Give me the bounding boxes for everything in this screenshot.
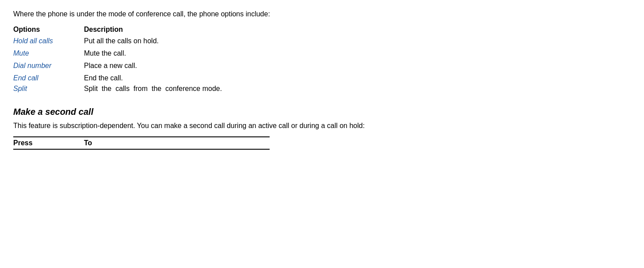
table-row: Mute Mute the call. [13,48,631,60]
description-cell: Put all the calls on hold. [84,34,631,48]
table-row: Split Split the calls from the conferenc… [13,83,631,94]
option-link[interactable]: Hold all calls [13,37,53,45]
to-col-header: To [84,137,270,149]
table-row: Dial number Place a new call. [13,60,631,72]
section-heading: Make a second call [13,107,631,117]
option-link[interactable]: Mute [13,49,29,57]
press-col-header: Press [13,137,84,149]
description-cell: Place a new call. [84,60,631,72]
option-cell: Split [13,83,84,94]
intro-text: Where the phone is under the mode of con… [13,9,631,19]
description-col-header: Description [84,25,631,34]
description-cell: End the call. [84,72,631,83]
option-link[interactable]: End call [13,74,38,82]
press-table: Press To [13,136,270,150]
option-link[interactable]: Dial number [13,62,51,69]
options-table: Options Description Hold all calls Put a… [13,25,631,94]
option-cell: Dial number [13,60,84,72]
option-cell: Mute [13,48,84,60]
description-cell: Split the calls from the conference mode… [84,83,631,94]
option-link[interactable]: Split [13,85,27,92]
description-cell: Mute the call. [84,48,631,60]
section-text: This feature is subscription-dependent. … [13,121,631,131]
options-col-header: Options [13,25,84,34]
option-cell: Hold all calls [13,34,84,48]
table-row: End call End the call. [13,72,631,83]
table-row: Hold all calls Put all the calls on hold… [13,34,631,48]
option-cell: End call [13,72,84,83]
